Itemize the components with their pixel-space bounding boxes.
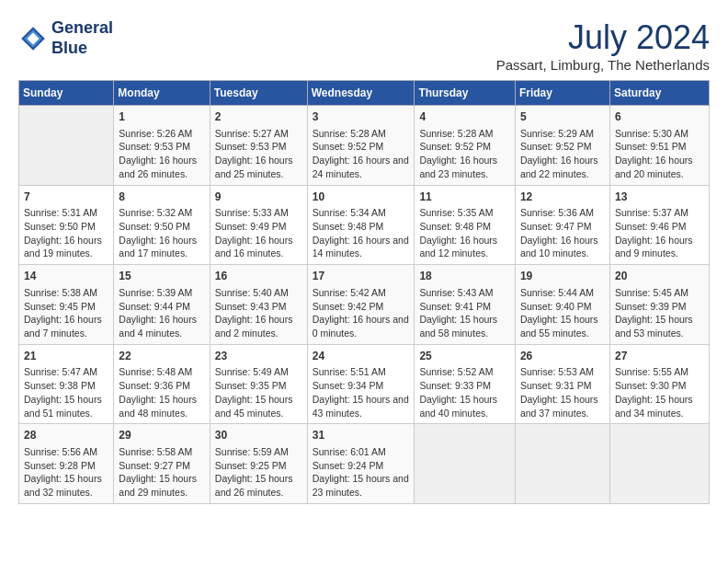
logo-line1: General	[51, 18, 113, 37]
calendar-week-row: 1Sunrise: 5:26 AMSunset: 9:53 PMDaylight…	[19, 106, 710, 186]
daylight-text: Daylight: 16 hours and 23 minutes.	[419, 155, 497, 179]
daylight-text: Daylight: 16 hours and 16 minutes.	[215, 235, 293, 259]
calendar-cell: 25Sunrise: 5:52 AMSunset: 9:33 PMDayligh…	[415, 344, 516, 424]
daylight-text: Daylight: 16 hours and 4 minutes.	[119, 314, 197, 339]
calendar-cell	[515, 424, 609, 504]
calendar-cell: 13Sunrise: 5:37 AMSunset: 9:46 PMDayligh…	[609, 185, 709, 265]
sunrise-text: Sunrise: 6:01 AM	[313, 446, 386, 457]
calendar-cell: 3Sunrise: 5:28 AMSunset: 9:52 PMDaylight…	[307, 106, 415, 186]
day-number: 28	[24, 428, 108, 443]
sunrise-text: Sunrise: 5:33 AM	[215, 207, 289, 218]
weekday-header-tuesday: Tuesday	[210, 81, 307, 106]
calendar-cell: 10Sunrise: 5:34 AMSunset: 9:48 PMDayligh…	[307, 185, 415, 265]
day-number: 20	[615, 269, 704, 284]
day-number: 9	[215, 190, 302, 205]
day-number: 4	[419, 109, 510, 125]
sunrise-text: Sunrise: 5:37 AM	[615, 207, 688, 218]
calendar-cell	[609, 424, 709, 504]
calendar-cell: 2Sunrise: 5:27 AMSunset: 9:53 PMDaylight…	[210, 106, 307, 186]
calendar-cell	[19, 106, 114, 186]
sunset-text: Sunset: 9:34 PM	[313, 380, 384, 391]
calendar-cell: 18Sunrise: 5:43 AMSunset: 9:41 PMDayligh…	[415, 265, 516, 345]
sunset-text: Sunset: 9:38 PM	[24, 380, 96, 391]
calendar-cell: 27Sunrise: 5:55 AMSunset: 9:30 PMDayligh…	[609, 344, 709, 424]
day-number: 14	[24, 269, 108, 284]
sunset-text: Sunset: 9:50 PM	[119, 221, 190, 232]
sunrise-text: Sunrise: 5:29 AM	[520, 128, 594, 139]
sunrise-text: Sunrise: 5:38 AM	[24, 287, 97, 298]
calendar-cell: 19Sunrise: 5:44 AMSunset: 9:40 PMDayligh…	[515, 265, 609, 345]
daylight-text: Daylight: 15 hours and 37 minutes.	[520, 394, 598, 419]
sunset-text: Sunset: 9:43 PM	[215, 301, 287, 312]
daylight-text: Daylight: 16 hours and 26 minutes.	[119, 155, 197, 179]
sunrise-text: Sunrise: 5:52 AM	[419, 366, 493, 377]
sunset-text: Sunset: 9:35 PM	[215, 380, 287, 391]
calendar-cell: 16Sunrise: 5:40 AMSunset: 9:43 PMDayligh…	[210, 265, 307, 345]
sunrise-text: Sunrise: 5:32 AM	[119, 207, 192, 218]
sunset-text: Sunset: 9:53 PM	[215, 141, 287, 152]
sunrise-text: Sunrise: 5:51 AM	[313, 366, 386, 377]
sunset-text: Sunset: 9:53 PM	[119, 141, 190, 152]
calendar-cell: 12Sunrise: 5:36 AMSunset: 9:47 PMDayligh…	[515, 185, 609, 265]
daylight-text: Daylight: 15 hours and 58 minutes.	[419, 314, 497, 339]
sunset-text: Sunset: 9:40 PM	[520, 301, 592, 312]
calendar-cell: 4Sunrise: 5:28 AMSunset: 9:52 PMDaylight…	[415, 106, 516, 186]
weekday-header-row: SundayMondayTuesdayWednesdayThursdayFrid…	[19, 81, 710, 106]
logo-line2: Blue	[51, 39, 87, 57]
day-number: 26	[520, 349, 605, 364]
calendar-cell: 14Sunrise: 5:38 AMSunset: 9:45 PMDayligh…	[19, 265, 114, 345]
sunset-text: Sunset: 9:33 PM	[419, 380, 491, 391]
day-number: 15	[119, 269, 204, 284]
calendar-cell: 6Sunrise: 5:30 AMSunset: 9:51 PMDaylight…	[609, 106, 709, 186]
weekday-header-sunday: Sunday	[19, 81, 114, 106]
calendar-table: SundayMondayTuesdayWednesdayThursdayFrid…	[18, 80, 710, 504]
day-number: 5	[520, 109, 605, 125]
weekday-header-thursday: Thursday	[415, 81, 516, 106]
day-number: 31	[313, 428, 410, 443]
sunset-text: Sunset: 9:39 PM	[615, 301, 687, 312]
sunrise-text: Sunrise: 5:39 AM	[119, 287, 192, 298]
day-number: 11	[419, 190, 510, 205]
daylight-text: Daylight: 15 hours and 51 minutes.	[24, 394, 102, 419]
daylight-text: Daylight: 15 hours and 34 minutes.	[615, 394, 693, 419]
sunset-text: Sunset: 9:51 PM	[615, 141, 687, 152]
daylight-text: Daylight: 15 hours and 32 minutes.	[24, 473, 102, 498]
sunset-text: Sunset: 9:48 PM	[313, 221, 384, 232]
month-year: July 2024	[496, 18, 710, 57]
daylight-text: Daylight: 16 hours and 20 minutes.	[615, 155, 693, 179]
logo: General Blue	[18, 18, 113, 58]
daylight-text: Daylight: 16 hours and 14 minutes.	[313, 235, 409, 259]
sunset-text: Sunset: 9:25 PM	[215, 460, 287, 471]
sunrise-text: Sunrise: 5:28 AM	[419, 128, 493, 139]
daylight-text: Daylight: 16 hours and 10 minutes.	[520, 235, 598, 259]
calendar-cell: 17Sunrise: 5:42 AMSunset: 9:42 PMDayligh…	[307, 265, 415, 345]
sunrise-text: Sunrise: 5:44 AM	[520, 287, 594, 298]
calendar-cell: 15Sunrise: 5:39 AMSunset: 9:44 PMDayligh…	[114, 265, 210, 345]
calendar-cell: 1Sunrise: 5:26 AMSunset: 9:53 PMDaylight…	[114, 106, 210, 186]
sunset-text: Sunset: 9:24 PM	[313, 460, 384, 471]
daylight-text: Daylight: 16 hours and 19 minutes.	[24, 235, 102, 259]
sunset-text: Sunset: 9:41 PM	[419, 301, 491, 312]
sunset-text: Sunset: 9:47 PM	[520, 221, 592, 232]
sunrise-text: Sunrise: 5:31 AM	[24, 207, 97, 218]
sunrise-text: Sunrise: 5:58 AM	[119, 446, 192, 457]
title-block: July 2024 Passart, Limburg, The Netherla…	[496, 18, 710, 73]
sunrise-text: Sunrise: 5:55 AM	[615, 366, 688, 377]
sunset-text: Sunset: 9:49 PM	[215, 221, 287, 232]
daylight-text: Daylight: 15 hours and 40 minutes.	[419, 394, 497, 419]
weekday-header-wednesday: Wednesday	[307, 81, 415, 106]
day-number: 12	[520, 190, 605, 205]
daylight-text: Daylight: 16 hours and 22 minutes.	[520, 155, 598, 179]
sunrise-text: Sunrise: 5:48 AM	[119, 366, 192, 377]
weekday-header-saturday: Saturday	[609, 81, 709, 106]
calendar-week-row: 14Sunrise: 5:38 AMSunset: 9:45 PMDayligh…	[19, 265, 710, 345]
calendar-cell: 23Sunrise: 5:49 AMSunset: 9:35 PMDayligh…	[210, 344, 307, 424]
sunset-text: Sunset: 9:30 PM	[615, 380, 687, 391]
sunset-text: Sunset: 9:52 PM	[419, 141, 491, 152]
sunrise-text: Sunrise: 5:35 AM	[419, 207, 493, 218]
sunset-text: Sunset: 9:28 PM	[24, 460, 96, 471]
calendar-cell: 20Sunrise: 5:45 AMSunset: 9:39 PMDayligh…	[609, 265, 709, 345]
sunrise-text: Sunrise: 5:26 AM	[119, 128, 192, 139]
day-number: 21	[24, 349, 108, 364]
sunrise-text: Sunrise: 5:53 AM	[520, 366, 594, 377]
